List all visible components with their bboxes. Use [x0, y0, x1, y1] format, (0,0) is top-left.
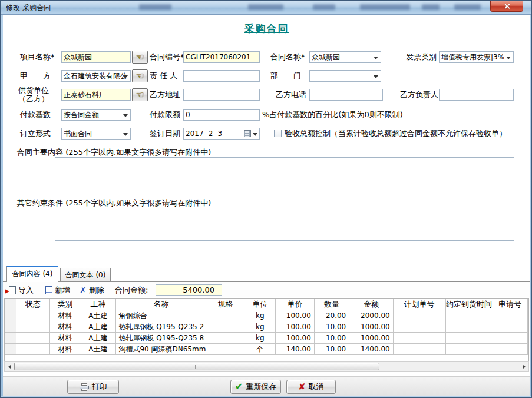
- column-header[interactable]: 单价: [276, 299, 314, 310]
- contract-name-select[interactable]: 众城新园: [309, 51, 381, 63]
- column-header[interactable]: 计划单号: [393, 299, 445, 310]
- table-cell[interactable]: 1000.00: [349, 333, 393, 344]
- row-indicator[interactable]: [5, 321, 16, 333]
- table-cell[interactable]: [393, 333, 445, 344]
- table-cell[interactable]: 热轧厚钢板 Q195-Q235 2: [116, 321, 206, 333]
- main-content-textarea[interactable]: [55, 157, 514, 190]
- table-cell[interactable]: 140.00: [276, 344, 314, 355]
- party-a-picker-button[interactable]: ☜: [132, 69, 148, 82]
- column-header[interactable]: 状态: [16, 299, 49, 310]
- table-cell[interactable]: 20.00: [314, 310, 349, 321]
- print-button[interactable]: 打印: [67, 380, 119, 394]
- table-cell[interactable]: [493, 310, 527, 321]
- table-cell[interactable]: 材料: [50, 333, 80, 344]
- scrollbar-thumb[interactable]: [14, 363, 379, 370]
- party-a-select[interactable]: 金石建筑安装有限公: [61, 70, 131, 82]
- table-row[interactable]: 材料A土建热轧厚钢板 Q195-Q235 2kg100.0010.001000.…: [5, 321, 528, 333]
- save-button[interactable]: ✔ 重新保存: [230, 380, 281, 394]
- table-cell[interactable]: [493, 321, 527, 333]
- table-cell[interactable]: 10.00: [314, 344, 349, 355]
- table-row[interactable]: 材料A土建角钢综合kg100.0020.002000.00: [5, 310, 528, 321]
- table-cell[interactable]: [493, 333, 527, 344]
- table-cell[interactable]: 2000.00: [349, 310, 393, 321]
- other-terms-textarea[interactable]: [55, 208, 514, 241]
- scroll-left-arrow[interactable]: [5, 362, 14, 371]
- table-cell[interactable]: [493, 344, 527, 355]
- table-cell[interactable]: 1000.00: [349, 321, 393, 333]
- table-cell[interactable]: [206, 310, 244, 321]
- table-cell[interactable]: [445, 333, 493, 344]
- table-cell[interactable]: A土建: [80, 333, 116, 344]
- table-cell[interactable]: [16, 310, 49, 321]
- table-cell[interactable]: [16, 321, 49, 333]
- column-header[interactable]: 单位: [244, 299, 276, 310]
- column-header[interactable]: 申请号: [493, 299, 527, 310]
- column-header[interactable]: 类别: [50, 299, 80, 310]
- table-cell[interactable]: [445, 310, 493, 321]
- row-indicator[interactable]: [5, 344, 16, 355]
- table-cell[interactable]: [445, 344, 493, 355]
- table-cell[interactable]: [206, 333, 244, 344]
- contract-amount-field[interactable]: 5400.00: [156, 284, 222, 296]
- table-cell[interactable]: 材料: [50, 344, 80, 355]
- scroll-right-arrow[interactable]: [520, 362, 528, 371]
- table-row[interactable]: 材料A土建热轧厚钢板 Q195-Q235 8kg100.0010.001000.…: [5, 333, 528, 344]
- row-indicator[interactable]: [5, 333, 16, 344]
- table-cell[interactable]: 个: [244, 344, 276, 355]
- add-row-button[interactable]: 新增: [45, 284, 70, 296]
- table-cell[interactable]: 100.00: [276, 310, 314, 321]
- cancel-button[interactable]: ✘ 取消: [286, 380, 336, 394]
- table-cell[interactable]: 材料: [50, 321, 80, 333]
- table-cell[interactable]: 10.00: [314, 333, 349, 344]
- import-button[interactable]: 导入: [9, 284, 34, 296]
- tab-contract-items[interactable]: 合同内容 (4): [6, 266, 58, 282]
- table-cell[interactable]: [393, 310, 445, 321]
- department-select[interactable]: [309, 70, 381, 82]
- table-cell[interactable]: A土建: [80, 321, 116, 333]
- table-cell[interactable]: kg: [244, 321, 276, 333]
- grid-horizontal-scrollbar[interactable]: [4, 361, 529, 372]
- table-cell[interactable]: 100.00: [276, 321, 314, 333]
- responsible-input[interactable]: [183, 70, 260, 82]
- contract-no-input[interactable]: CGHT2017060201: [183, 51, 260, 63]
- table-cell[interactable]: A土建: [80, 344, 116, 355]
- party-b-phone-input[interactable]: [309, 89, 383, 101]
- table-cell[interactable]: [445, 321, 493, 333]
- close-button[interactable]: [490, 1, 523, 12]
- invoice-type-select[interactable]: 增值税专用发票|3%: [439, 51, 514, 63]
- project-name-input[interactable]: 众城新园: [61, 51, 131, 63]
- table-cell[interactable]: [393, 321, 445, 333]
- table-row[interactable]: 材料A土建沟槽式90 阃渫稹DN65mm个140.0010.001400.00: [5, 344, 528, 355]
- title-bar[interactable]: 修改-采购合同: [1, 1, 532, 15]
- table-cell[interactable]: 角钢综合: [116, 310, 206, 321]
- supplier-input[interactable]: 正泰砂石料厂: [61, 89, 131, 101]
- accept-total-control-checkbox[interactable]: [274, 130, 282, 137]
- column-header[interactable]: 名称: [116, 299, 206, 310]
- party-b-manager-input[interactable]: [439, 89, 514, 101]
- table-cell[interactable]: [206, 321, 244, 333]
- table-cell[interactable]: [393, 344, 445, 355]
- pay-limit-input[interactable]: 0: [183, 109, 260, 121]
- table-cell[interactable]: 10.00: [314, 321, 349, 333]
- column-header[interactable]: 工种: [80, 299, 116, 310]
- table-cell[interactable]: 热轧厚钢板 Q195-Q235 8: [116, 333, 206, 344]
- project-picker-button[interactable]: ☜: [132, 51, 148, 64]
- table-cell[interactable]: kg: [244, 333, 276, 344]
- table-cell[interactable]: 100.00: [276, 333, 314, 344]
- table-cell[interactable]: 材料: [50, 310, 80, 321]
- column-header[interactable]: 数量: [314, 299, 349, 310]
- delete-row-button[interactable]: ✗ 删除: [80, 284, 104, 296]
- form-type-select[interactable]: 书面合同: [61, 128, 131, 140]
- table-cell[interactable]: [16, 344, 49, 355]
- column-header[interactable]: 约定到货时间: [445, 299, 493, 310]
- party-b-address-input[interactable]: [183, 89, 260, 101]
- tab-contract-text[interactable]: 合同文本 (0): [60, 268, 111, 282]
- table-cell[interactable]: A土建: [80, 310, 116, 321]
- column-header[interactable]: 规格: [206, 299, 244, 310]
- table-cell[interactable]: [16, 333, 49, 344]
- table-cell[interactable]: kg: [244, 310, 276, 321]
- table-cell[interactable]: [206, 344, 244, 355]
- table-cell[interactable]: 沟槽式90 阃渫稹DN65mm: [116, 344, 206, 355]
- row-indicator[interactable]: [5, 310, 16, 321]
- supplier-picker-button[interactable]: ☜: [132, 88, 148, 101]
